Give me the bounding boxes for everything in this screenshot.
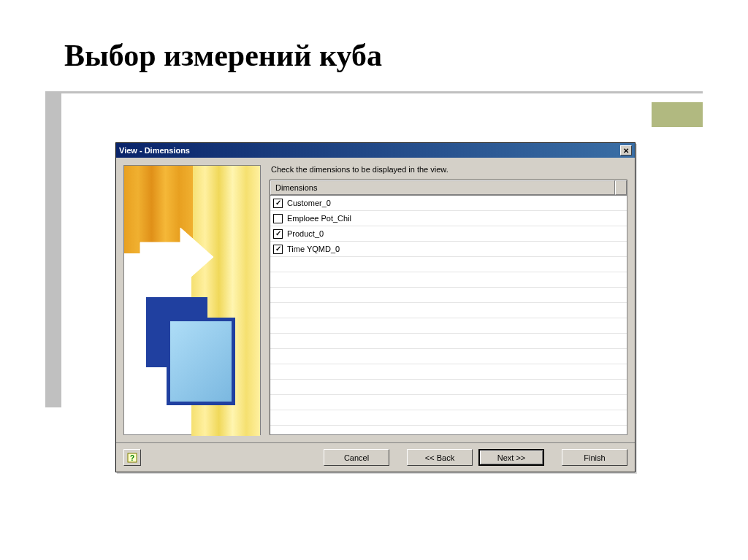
- empty-row: [270, 257, 627, 272]
- titlebar: View - Dimensions ✕: [116, 143, 635, 158]
- empty-row: [270, 303, 627, 318]
- instruction-text: Check the dimensions to be displayed in …: [270, 165, 627, 174]
- finish-button[interactable]: Finish: [562, 449, 627, 466]
- slide-decor-top: [652, 102, 703, 127]
- checkbox[interactable]: [273, 214, 283, 223]
- button-row: ? Cancel << Back Next >> Finish: [116, 442, 635, 472]
- checkbox[interactable]: [273, 245, 283, 254]
- column-header-dimensions[interactable]: Dimensions: [270, 180, 615, 195]
- list-item-label: Emploee Pot_Chil: [287, 214, 351, 223]
- dialog-body: Check the dimensions to be displayed in …: [116, 158, 635, 442]
- empty-row: [270, 410, 627, 426]
- help-icon: ?: [127, 453, 137, 463]
- empty-row: [270, 288, 627, 303]
- checkbox[interactable]: [273, 199, 283, 208]
- list-item[interactable]: Time YQMD_0: [270, 242, 627, 257]
- list-item-label: Time YQMD_0: [287, 245, 340, 253]
- list-item-label: Customer_0: [287, 199, 331, 207]
- empty-row: [270, 364, 627, 380]
- list-item[interactable]: Customer_0: [270, 196, 627, 211]
- empty-row: [270, 395, 627, 410]
- svg-text:?: ?: [130, 454, 134, 462]
- title-underline: [45, 91, 703, 93]
- close-icon: ✕: [623, 147, 629, 155]
- empty-row: [270, 380, 627, 395]
- list-item[interactable]: Emploee Pot_Chil: [270, 211, 627, 226]
- empty-row: [270, 334, 627, 349]
- close-button[interactable]: ✕: [620, 145, 632, 156]
- list-header: Dimensions: [270, 180, 627, 196]
- list-rows[interactable]: Customer_0Emploee Pot_ChilProduct_0Time …: [270, 196, 627, 434]
- list-item[interactable]: Product_0: [270, 226, 627, 242]
- slide-decor-left: [45, 93, 61, 407]
- slide-title: Выбор измерений куба: [64, 38, 382, 73]
- content-panel: Check the dimensions to be displayed in …: [270, 165, 627, 435]
- svg-marker-0: [140, 228, 213, 286]
- empty-row: [270, 272, 627, 288]
- wizard-dialog: View - Dimensions ✕ Check the dimensions…: [115, 142, 636, 472]
- empty-row: [270, 318, 627, 334]
- empty-row: [270, 349, 627, 364]
- list-item-label: Product_0: [287, 229, 324, 238]
- cancel-button[interactable]: Cancel: [324, 449, 389, 466]
- dialog-title: View - Dimensions: [119, 146, 620, 155]
- wizard-graphic: [123, 165, 261, 435]
- next-button[interactable]: Next >>: [478, 449, 544, 466]
- help-button[interactable]: ?: [123, 449, 141, 466]
- back-button[interactable]: << Back: [407, 449, 473, 466]
- dimensions-listbox: Dimensions Customer_0Emploee Pot_ChilPro…: [270, 180, 627, 435]
- graphic-doc-front: [167, 318, 235, 405]
- checkbox[interactable]: [273, 229, 283, 239]
- column-header-spacer: [615, 180, 627, 195]
